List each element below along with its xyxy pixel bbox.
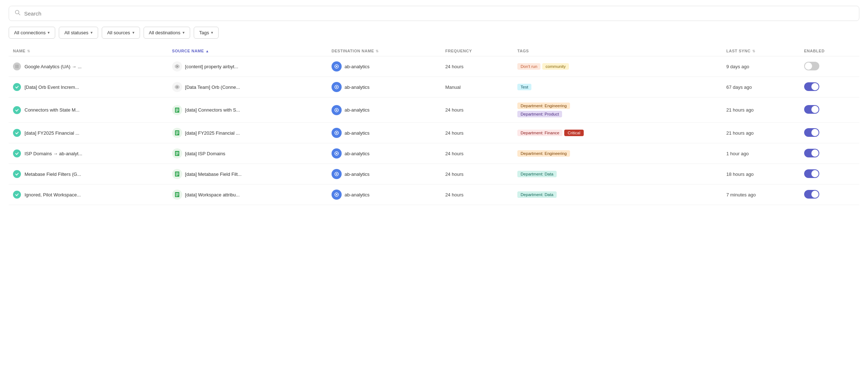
svg-rect-23 bbox=[176, 154, 179, 154]
enabled-toggle[interactable] bbox=[804, 169, 819, 178]
source-icon bbox=[172, 82, 182, 92]
connection-name[interactable]: Google Analytics (UA) → ... bbox=[25, 64, 82, 69]
col-header-name[interactable]: NAME⇅ bbox=[9, 46, 168, 56]
svg-rect-22 bbox=[176, 153, 179, 153]
svg-point-33 bbox=[336, 173, 337, 175]
dest-name[interactable]: ab-analytics bbox=[345, 107, 369, 113]
connection-name[interactable]: [data] FY2025 Financial ... bbox=[25, 130, 79, 136]
toggle-knob bbox=[811, 129, 819, 136]
filter-all-sources[interactable]: All sources▾ bbox=[102, 27, 140, 39]
source-name[interactable]: [data] FY2025 Financial ... bbox=[185, 130, 240, 136]
frequency-cell: 24 hours bbox=[441, 123, 513, 143]
svg-point-40 bbox=[336, 194, 337, 195]
enabled-toggle[interactable] bbox=[804, 149, 819, 157]
svg-rect-9 bbox=[176, 110, 179, 110]
frequency-cell: 24 hours bbox=[441, 143, 513, 164]
table-row: Google Analytics (UA) → ... [content] pr… bbox=[9, 56, 859, 77]
svg-rect-35 bbox=[176, 193, 179, 194]
enabled-cell bbox=[800, 77, 859, 97]
tag-dept-data: Department: Data bbox=[517, 171, 557, 177]
col-header-source-name[interactable]: SOURCE NAME▲ bbox=[168, 46, 327, 56]
dest-name[interactable]: ab-analytics bbox=[345, 192, 369, 197]
filter-tags[interactable]: Tags▾ bbox=[194, 27, 219, 39]
name-cell: [data] FY2025 Financial ... bbox=[9, 123, 168, 143]
source-name[interactable]: [data] Connectors with S... bbox=[185, 107, 240, 113]
sort-icon: ⇅ bbox=[376, 49, 379, 53]
table-row: Metabase Field Filters (G... [data] Meta… bbox=[9, 164, 859, 185]
frequency-cell: 24 hours bbox=[441, 56, 513, 77]
dest-name[interactable]: ab-analytics bbox=[345, 64, 369, 69]
col-header-last-sync[interactable]: LAST SYNC⇅ bbox=[722, 46, 800, 56]
connection-name[interactable]: ISP Domains → ab-analyt... bbox=[25, 151, 82, 156]
tags-cell: Department: FinanceCritical bbox=[513, 123, 722, 143]
tag-dept-eng: Department: Engineering bbox=[517, 150, 570, 157]
source-name[interactable]: [data] Metabase Field Filt... bbox=[185, 172, 242, 177]
dest-icon bbox=[332, 82, 342, 92]
search-icon bbox=[15, 10, 21, 17]
search-input[interactable] bbox=[24, 10, 853, 17]
table-row: [data] FY2025 Financial ... [data] FY202… bbox=[9, 123, 859, 143]
tags-cell: Department: Data bbox=[513, 185, 722, 205]
enabled-toggle[interactable] bbox=[804, 62, 819, 70]
name-cell: Metabase Field Filters (G... bbox=[9, 164, 168, 185]
tags-cell: Department: Engineering bbox=[513, 143, 722, 164]
tag-dept-eng: Department: Engineering bbox=[517, 103, 570, 109]
connection-name[interactable]: [Data] Orb Event Increm... bbox=[25, 84, 79, 90]
source-cell: [data] FY2025 Financial ... bbox=[168, 123, 327, 143]
source-cell: [data] ISP Domains bbox=[168, 143, 327, 164]
sort-icon: ⇅ bbox=[752, 49, 755, 53]
last-sync-cell: 18 hours ago bbox=[722, 164, 800, 185]
col-header-tags: TAGS bbox=[513, 46, 722, 56]
source-name[interactable]: [data] ISP Domains bbox=[185, 151, 225, 156]
toggle-knob bbox=[811, 149, 819, 157]
tags-cell: Department: Data bbox=[513, 164, 722, 185]
svg-rect-36 bbox=[176, 194, 179, 194]
enabled-cell bbox=[800, 56, 859, 77]
svg-rect-28 bbox=[176, 173, 179, 173]
enabled-toggle[interactable] bbox=[804, 82, 819, 91]
source-icon bbox=[172, 105, 182, 115]
filter-all-destinations[interactable]: All destinations▾ bbox=[144, 27, 190, 39]
source-name[interactable]: [data] Workspace attribu... bbox=[185, 192, 240, 197]
connection-name[interactable]: Metabase Field Filters (G... bbox=[25, 172, 81, 177]
source-name[interactable]: [Data Team] Orb (Conne... bbox=[185, 84, 240, 90]
dest-name[interactable]: ab-analytics bbox=[345, 172, 369, 177]
dest-cell: ab-analytics bbox=[327, 56, 441, 77]
frequency-cell: 24 hours bbox=[441, 164, 513, 185]
filter-all-connections[interactable]: All connections▾ bbox=[9, 27, 55, 39]
search-bar bbox=[9, 6, 859, 21]
svg-rect-30 bbox=[176, 174, 179, 175]
connection-name[interactable]: Ignored, Pilot Workspace... bbox=[25, 192, 81, 197]
connections-table: NAME⇅SOURCE NAME▲DESTINATION NAME⇅FREQUE… bbox=[9, 46, 859, 205]
dest-cell: ab-analytics bbox=[327, 185, 441, 205]
svg-rect-20 bbox=[175, 151, 179, 156]
tag-dept-fin: Department: Finance bbox=[517, 130, 562, 136]
last-sync-cell: 21 hours ago bbox=[722, 123, 800, 143]
enabled-toggle[interactable] bbox=[804, 128, 819, 137]
connection-name[interactable]: Connectors with State M... bbox=[25, 107, 79, 113]
svg-rect-38 bbox=[176, 196, 177, 196]
source-cell: [data] Workspace attribu... bbox=[168, 185, 327, 205]
source-name[interactable]: [content] property airbyt... bbox=[185, 64, 238, 69]
dest-name[interactable]: ab-analytics bbox=[345, 84, 369, 90]
enabled-cell bbox=[800, 97, 859, 123]
tags-cell: Don't runcommunity bbox=[513, 56, 722, 77]
svg-point-3 bbox=[336, 66, 337, 67]
dest-cell: ab-analytics bbox=[327, 164, 441, 185]
dest-cell: ab-analytics bbox=[327, 143, 441, 164]
svg-rect-31 bbox=[176, 175, 177, 175]
col-header-destination-name[interactable]: DESTINATION NAME⇅ bbox=[327, 46, 441, 56]
chevron-down-icon: ▾ bbox=[132, 30, 135, 35]
filter-all-statuses[interactable]: All statuses▾ bbox=[59, 27, 98, 39]
status-active-icon bbox=[13, 129, 21, 137]
svg-point-26 bbox=[336, 153, 337, 154]
enabled-toggle[interactable] bbox=[804, 105, 819, 114]
chevron-down-icon: ▾ bbox=[91, 30, 93, 35]
dest-name[interactable]: ab-analytics bbox=[345, 151, 369, 156]
last-sync-cell: 9 days ago bbox=[722, 56, 800, 77]
dest-name[interactable]: ab-analytics bbox=[345, 130, 369, 136]
enabled-cell bbox=[800, 123, 859, 143]
table-row: ISP Domains → ab-analyt... [data] ISP Do… bbox=[9, 143, 859, 164]
svg-rect-8 bbox=[176, 109, 179, 110]
enabled-toggle[interactable] bbox=[804, 190, 819, 199]
